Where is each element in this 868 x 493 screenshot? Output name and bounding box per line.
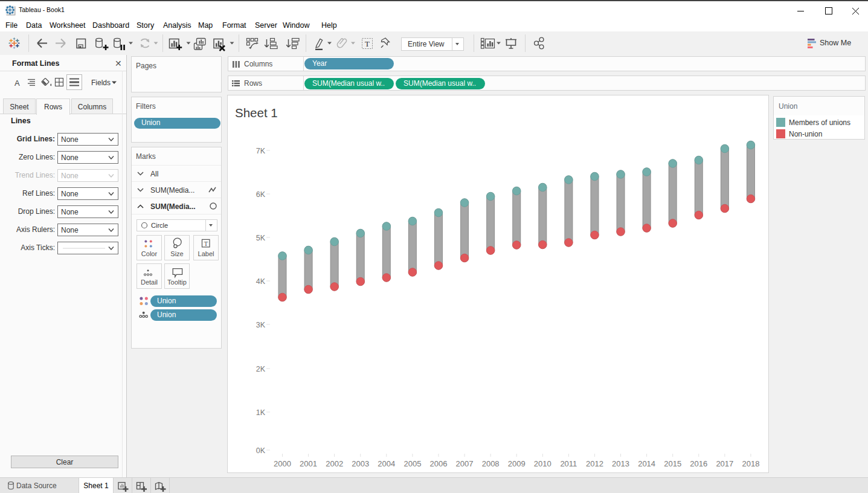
svg-text:2006: 2006 — [430, 459, 448, 468]
svg-text:5K: 5K — [256, 234, 266, 242]
svg-text:0K: 0K — [256, 446, 266, 455]
svg-text:2005: 2005 — [403, 459, 421, 468]
svg-text:2011: 2011 — [560, 459, 577, 468]
svg-text:2015: 2015 — [664, 459, 681, 468]
svg-text:A: A — [14, 79, 20, 88]
svg-text:2010: 2010 — [534, 459, 551, 468]
svg-text:2008: 2008 — [482, 459, 500, 468]
svg-text:2014: 2014 — [638, 459, 655, 468]
svg-text:2013: 2013 — [612, 459, 629, 468]
svg-text:2001: 2001 — [300, 459, 317, 468]
svg-text:Circle: Circle — [151, 222, 168, 229]
svg-text:2012: 2012 — [586, 459, 603, 468]
svg-text:2017: 2017 — [716, 459, 733, 468]
svg-text:T: T — [204, 240, 208, 247]
svg-text:4K: 4K — [256, 277, 266, 286]
svg-text:6K: 6K — [256, 190, 266, 199]
svg-text:2K: 2K — [256, 365, 266, 373]
svg-text:Sheet 1: Sheet 1 — [235, 106, 278, 120]
svg-text:2000: 2000 — [274, 459, 291, 468]
svg-text:3K: 3K — [256, 321, 266, 329]
svg-text:7K: 7K — [256, 147, 266, 155]
svg-text:2016: 2016 — [690, 459, 707, 468]
svg-text:2018: 2018 — [742, 459, 759, 468]
svg-text:1K: 1K — [256, 408, 266, 417]
svg-text:2003: 2003 — [352, 459, 369, 468]
svg-text:2007: 2007 — [456, 459, 474, 468]
svg-text:2002: 2002 — [326, 459, 343, 468]
svg-text:2009: 2009 — [508, 459, 526, 468]
svg-text:2004: 2004 — [378, 459, 395, 468]
svg-text:T: T — [365, 39, 370, 48]
svg-text:Fields: Fields — [91, 79, 111, 87]
